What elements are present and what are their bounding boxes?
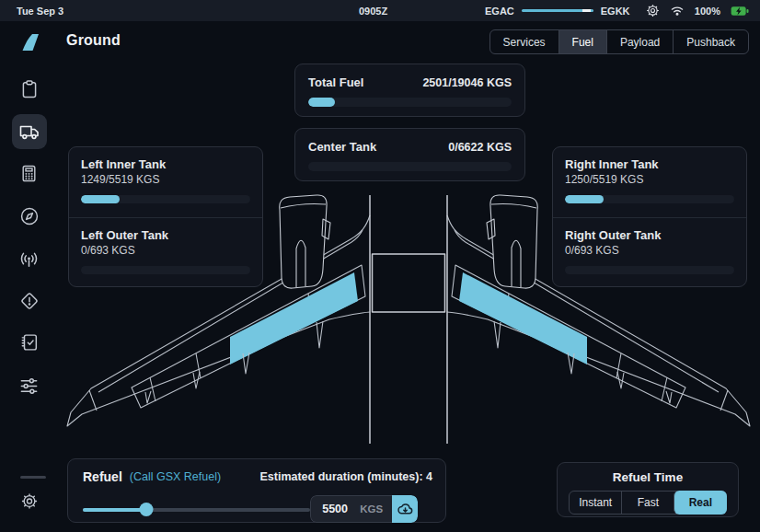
- status-time: 0905Z: [359, 6, 387, 17]
- refuel-amount-box: KGS: [310, 495, 392, 523]
- gear-icon[interactable]: [646, 4, 660, 17]
- sidebar-item-checklist[interactable]: [12, 325, 47, 360]
- refuel-amount-input[interactable]: [322, 503, 351, 515]
- truck-icon: [18, 121, 40, 143]
- flight-route: EGAC EGKK: [485, 6, 630, 17]
- sidebar-nav: [0, 21, 58, 532]
- refuel-time-options: Instant Fast Real: [569, 491, 727, 515]
- center-tank-value: 0/6622 KGS: [448, 141, 512, 154]
- refuel-title: Refuel: [83, 469, 122, 484]
- tab-payload[interactable]: Payload: [606, 30, 673, 53]
- refuel-card: Refuel (Call GSX Refuel) Estimated durat…: [67, 458, 446, 523]
- total-fuel-label: Total Fuel: [308, 75, 363, 89]
- aircraft-fuel-diagram: [58, 184, 760, 451]
- route-destination: EGKK: [601, 6, 630, 17]
- slider-fill: [83, 508, 146, 512]
- total-fuel-value: 2501/19046 KGS: [422, 76, 512, 89]
- tab-services[interactable]: Services: [490, 30, 558, 53]
- tab-fuel[interactable]: Fuel: [558, 30, 606, 53]
- refuel-time-instant-button[interactable]: Instant: [570, 492, 621, 514]
- wifi-icon: [670, 5, 685, 17]
- tab-pushback[interactable]: Pushback: [673, 30, 748, 53]
- refuel-time-title: Refuel Time: [569, 470, 727, 484]
- page-title: Ground: [66, 32, 121, 49]
- checklist-icon: [19, 332, 40, 353]
- alert-diamond-icon: [19, 291, 40, 311]
- sidebar-divider: [20, 476, 46, 479]
- antenna-icon: [18, 249, 40, 270]
- compass-icon: [19, 206, 40, 226]
- sidebar-item-alerts[interactable]: [12, 283, 47, 318]
- battery-charging-icon: [731, 6, 749, 17]
- ground-tabs: Services Fuel Payload Pushback: [489, 29, 749, 54]
- status-bar: Tue Sep 3 0905Z EGAC EGKK 100%: [0, 0, 760, 21]
- call-gsx-refuel-link[interactable]: (Call GSX Refuel): [130, 470, 221, 483]
- route-progress-line: [522, 9, 593, 12]
- estimated-duration-label: Estimated duration (minutes): 4: [259, 470, 432, 483]
- refuel-time-card: Refuel Time Instant Fast Real: [557, 462, 739, 517]
- center-tank-label: Center Tank: [308, 140, 376, 154]
- refuel-unit-label: KGS: [360, 503, 383, 515]
- sidebar-item-ground-services[interactable]: [12, 114, 47, 149]
- center-tank-progressbar: [308, 162, 512, 171]
- sidebar-item-navigation[interactable]: [12, 199, 47, 234]
- sidebar-item-settings[interactable]: [20, 492, 38, 514]
- sidebar-item-radio[interactable]: [12, 241, 47, 276]
- battery-percent-label: 100%: [695, 6, 720, 17]
- tail-fin-logo: [20, 32, 40, 56]
- slider-thumb[interactable]: [140, 503, 154, 516]
- gear-icon: [20, 492, 38, 510]
- refuel-amount-slider[interactable]: [83, 502, 310, 516]
- sidebar-item-clipboard[interactable]: [12, 72, 47, 107]
- clipboard-icon: [19, 79, 40, 99]
- route-origin: EGAC: [485, 6, 514, 17]
- left-inner-tank-label: Left Inner Tank: [81, 157, 250, 171]
- load-fuel-button[interactable]: [392, 495, 418, 523]
- refuel-time-fast-button[interactable]: Fast: [621, 492, 674, 514]
- total-fuel-progressbar: [308, 98, 512, 107]
- center-tank-card: Center Tank 0/6622 KGS: [294, 128, 525, 181]
- status-date: Tue Sep 3: [17, 6, 63, 17]
- right-inner-tank-label: Right Inner Tank: [565, 157, 734, 171]
- calculator-icon: [19, 164, 39, 183]
- cloud-download-icon: [397, 502, 414, 516]
- sidebar-item-calculator[interactable]: [12, 156, 47, 191]
- refuel-time-real-button[interactable]: Real: [674, 491, 727, 515]
- total-fuel-card: Total Fuel 2501/19046 KGS: [294, 64, 525, 117]
- sliders-icon: [18, 376, 40, 397]
- sidebar-item-options[interactable]: [12, 368, 47, 403]
